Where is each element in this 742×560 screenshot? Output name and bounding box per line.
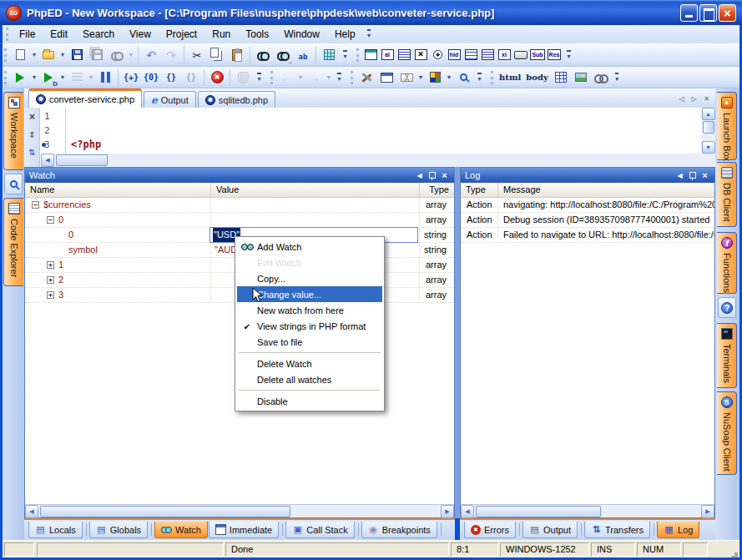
scroll-left-icon[interactable]: ◀	[461, 505, 474, 518]
sidebar-item-terminals[interactable]: Terminals	[717, 323, 737, 388]
navigate-forward-dropdown[interactable]	[325, 68, 333, 87]
toolbar-overflow-chevron[interactable]	[254, 68, 265, 87]
scroll-down-icon[interactable]: ▼	[702, 141, 715, 154]
zoom-button[interactable]	[454, 68, 472, 87]
insert-select-button[interactable]	[463, 46, 478, 64]
code-area[interactable]: <?php // Include Nusoap.php file require…	[67, 108, 700, 154]
profile-button[interactable]	[68, 68, 86, 87]
menu-item-save-to-file[interactable]: Save to file	[237, 334, 382, 350]
sidebar-item-nusoap-client[interactable]: NuSoap Client	[717, 391, 737, 475]
step-into-button[interactable]: {+}	[122, 68, 140, 87]
menu-item-copy[interactable]: Copy...	[237, 270, 382, 286]
sidebar-item-db-client[interactable]: DB Client	[717, 162, 737, 227]
tab-transfers[interactable]: Transfers	[584, 522, 650, 538]
collapse-icon[interactable]	[47, 216, 54, 224]
publish-dropdown[interactable]	[416, 68, 425, 87]
tab-globals[interactable]: Globals	[89, 522, 148, 538]
navigate-forward-button[interactable]	[305, 68, 324, 87]
minimize-button[interactable]	[680, 4, 698, 22]
body-tag-button[interactable]: body	[524, 68, 549, 87]
save-all-button[interactable]	[88, 46, 106, 64]
scrollbar-thumb[interactable]	[476, 506, 601, 517]
close-pane-icon[interactable]	[25, 110, 39, 124]
toolbar-overflow-chevron[interactable]	[340, 46, 351, 64]
scrollbar-thumb[interactable]	[703, 121, 714, 134]
tab-call-stack[interactable]: Call Stack	[285, 522, 355, 538]
insert-hidden-button[interactable]: hid	[447, 46, 462, 64]
project-properties-button[interactable]	[377, 68, 396, 87]
watch-horizontal-scrollbar[interactable]: ◀ ▶	[25, 504, 454, 517]
tab-output[interactable]: Output	[522, 522, 578, 538]
log-row[interactable]: Action Failed to navigate to URL: http:/…	[461, 228, 714, 243]
html-tag-button[interactable]: html	[497, 68, 522, 87]
menu-file[interactable]: File	[12, 26, 43, 43]
watch-row-currencies[interactable]: $currencies array	[25, 198, 454, 213]
tab-scroll-right-icon[interactable]: ▷	[689, 93, 699, 104]
menu-overflow-chevron[interactable]	[364, 25, 375, 43]
tab-log[interactable]: Log	[657, 522, 699, 538]
open-file-button[interactable]	[39, 46, 58, 64]
menu-item-edit-watch[interactable]: Edit Watch	[237, 255, 382, 270]
sidebar-item-workspace[interactable]: Workspace	[3, 92, 23, 170]
collapse-icon[interactable]	[32, 201, 39, 209]
menu-edit[interactable]: Edit	[43, 26, 75, 43]
toolbar-overflow-chevron[interactable]	[612, 68, 623, 87]
special-chars-button[interactable]	[320, 46, 338, 64]
menu-item-new-watch-from-here[interactable]: New watch from here	[237, 302, 382, 318]
log-horizontal-scrollbar[interactable]: ◀ ▶	[461, 504, 714, 517]
profile-dropdown[interactable]	[87, 68, 95, 87]
column-header-message[interactable]: Message	[498, 183, 714, 197]
find-button[interactable]	[254, 46, 272, 64]
sidebar-item-launch-box[interactable]: Launch Box	[717, 92, 737, 160]
undo-button[interactable]	[142, 46, 160, 64]
insert-link-button[interactable]	[592, 68, 610, 87]
panel-pin-icon[interactable]	[687, 170, 698, 181]
menu-item-delete-watch[interactable]: Delete Watch	[237, 356, 382, 371]
insert-reset-button[interactable]: Res	[547, 46, 562, 64]
open-file-dropdown[interactable]	[58, 46, 67, 64]
tab-immediate[interactable]: Immediate	[209, 522, 279, 538]
replace-button[interactable]	[294, 46, 312, 64]
scroll-right-icon[interactable]: ▶	[701, 505, 714, 518]
split-editor-icon[interactable]	[25, 128, 39, 142]
menu-window[interactable]: Window	[276, 26, 327, 43]
new-file-button[interactable]	[11, 46, 29, 64]
column-header-name[interactable]: Name	[25, 183, 211, 197]
run-in-debugger-button[interactable]: D	[39, 68, 58, 87]
redo-button[interactable]	[162, 46, 180, 64]
code-editor[interactable]: 1 2 3 <?php // Include Nusoap.php file r…	[24, 108, 715, 167]
menu-item-delete-all-watches[interactable]: Delete all watches	[237, 371, 382, 387]
menu-help[interactable]: Help	[327, 26, 363, 43]
paste-button[interactable]	[228, 46, 246, 64]
menu-project[interactable]: Project	[159, 26, 204, 43]
sidebar-item-code-explorer[interactable]: Code Explorer	[3, 198, 23, 286]
panel-close-icon[interactable]	[699, 170, 710, 181]
step-over-button[interactable]: {0}	[142, 68, 160, 87]
menu-item-view-strings-php-format[interactable]: View strings in PHP format	[237, 318, 382, 334]
break-button[interactable]	[234, 68, 252, 87]
run-button[interactable]	[11, 68, 29, 87]
log-row[interactable]: Action navigating: http://localhost:8080…	[461, 198, 714, 213]
menu-item-add-watch[interactable]: Add Watch	[237, 239, 382, 255]
panel-collapse-icon[interactable]	[414, 170, 425, 181]
insert-menu-button[interactable]	[396, 46, 411, 64]
find-next-button[interactable]: →	[274, 46, 292, 64]
expand-icon[interactable]	[47, 261, 54, 269]
sidebar-item-functions[interactable]: Functions	[717, 232, 737, 294]
panel-pin-icon[interactable]	[427, 170, 437, 181]
scroll-left-icon[interactable]: ◀	[25, 505, 38, 518]
tab-close-icon[interactable]: ✕	[701, 93, 712, 104]
scroll-up-icon[interactable]: ▲	[702, 108, 715, 120]
insert-button-button[interactable]	[513, 46, 528, 64]
scrollbar-thumb[interactable]	[40, 506, 290, 517]
insert-radio-button[interactable]	[430, 46, 445, 64]
tools-button[interactable]	[357, 68, 376, 87]
editor-horizontal-scrollbar[interactable]: ◀	[41, 154, 701, 167]
expand-icon[interactable]	[47, 276, 54, 284]
column-header-type[interactable]: Type	[420, 183, 454, 197]
find-in-files-button[interactable]	[108, 46, 126, 64]
maximize-button[interactable]	[699, 4, 717, 22]
help-panel-button[interactable]	[718, 297, 736, 318]
copy-button[interactable]	[208, 46, 226, 64]
insert-submit-button[interactable]: Sub	[530, 46, 545, 64]
